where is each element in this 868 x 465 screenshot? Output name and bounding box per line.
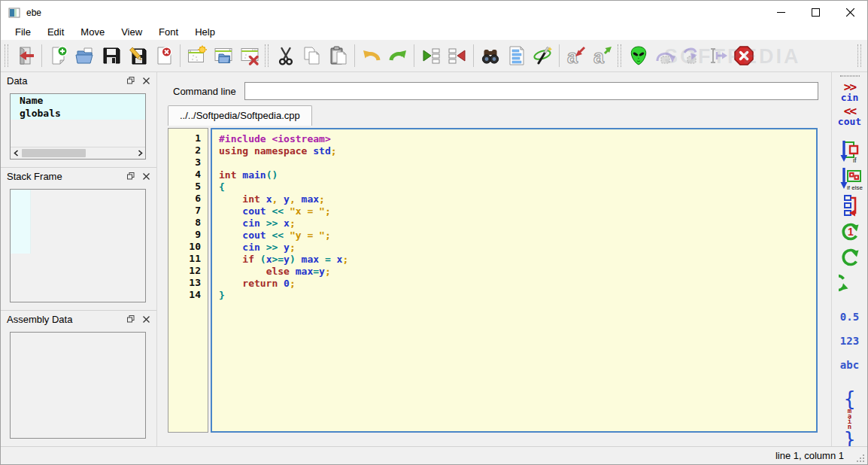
line-number[interactable]: 3: [168, 157, 201, 169]
scroll-left-icon[interactable]: [11, 147, 21, 159]
close-window-button[interactable]: [236, 41, 263, 70]
assembly-data-table[interactable]: [10, 332, 146, 439]
line-number[interactable]: 14: [168, 289, 201, 301]
close-file-button[interactable]: [150, 41, 177, 70]
close-dock-button[interactable]: [140, 74, 152, 87]
prettify-button[interactable]: [503, 41, 530, 70]
line-number[interactable]: 10: [168, 241, 201, 253]
main-letters: main: [848, 409, 851, 430]
toolbar-handle[interactable]: [265, 44, 269, 67]
undo-icon: [361, 45, 382, 66]
cut-icon: [275, 45, 296, 66]
command-line-input[interactable]: [244, 82, 818, 100]
new-window-button[interactable]: [184, 41, 210, 70]
new-file-button[interactable]: [45, 41, 71, 70]
float-template-button[interactable]: 0.5: [834, 305, 866, 329]
cout-template-button[interactable]: << cout: [834, 105, 866, 129]
code-line: cin >> x;: [219, 217, 813, 229]
paste-button[interactable]: [325, 41, 351, 70]
run-button[interactable]: [625, 41, 651, 70]
resize-grip[interactable]: [856, 454, 865, 463]
toolbar-handle[interactable]: [857, 44, 861, 67]
if-else-template-button[interactable]: if else: [834, 165, 866, 192]
string-template-button[interactable]: abc: [834, 353, 866, 377]
magic-wand-button[interactable]: [530, 41, 556, 70]
line-number[interactable]: 9: [168, 229, 201, 241]
redo-button[interactable]: [384, 41, 411, 70]
cut-button[interactable]: [272, 41, 299, 70]
code-line: [219, 157, 813, 169]
close-dock-button[interactable]: [140, 170, 152, 182]
line-number[interactable]: 12: [168, 265, 201, 277]
toolbar-handle[interactable]: [5, 44, 8, 67]
scroll-thumb[interactable]: [22, 149, 86, 157]
line-number[interactable]: 2: [168, 144, 201, 157]
while-loop-template-button[interactable]: [834, 245, 866, 270]
undo-button[interactable]: [358, 41, 384, 70]
close-button[interactable]: [833, 1, 867, 24]
line-number[interactable]: 11: [168, 253, 201, 265]
save-file-icon: [101, 45, 122, 66]
quit-button[interactable]: [12, 41, 38, 70]
float-dock-button[interactable]: [125, 313, 137, 325]
line-number[interactable]: 7: [168, 205, 201, 217]
line-number[interactable]: 8: [168, 217, 201, 229]
menu-move[interactable]: Move: [72, 25, 113, 39]
case-template-button[interactable]: [834, 192, 866, 219]
code-area[interactable]: #include <iostream>using namespace std; …: [211, 128, 818, 433]
for-loop-template-button[interactable]: 1: [834, 219, 866, 245]
maximize-button[interactable]: [798, 1, 833, 24]
menu-font[interactable]: Font: [150, 25, 187, 39]
run-to-cursor-button[interactable]: [704, 41, 730, 70]
menu-edit[interactable]: Edit: [39, 25, 72, 39]
redo-icon: [387, 45, 408, 66]
globals-list[interactable]: Name globals: [10, 93, 146, 160]
magic-wand-icon: [533, 45, 554, 66]
tab-softpedia-cpp[interactable]: ../../Softpedia/Softpedia.cpp: [168, 105, 312, 126]
find-button[interactable]: [477, 41, 503, 70]
find-icon: [480, 45, 501, 66]
if-template-button[interactable]: if: [834, 138, 866, 165]
float-dock-button[interactable]: [125, 74, 137, 87]
scroll-right-icon[interactable]: [135, 147, 145, 159]
menu-file[interactable]: File: [7, 25, 39, 39]
minimize-button[interactable]: [763, 1, 798, 24]
globals-list-item[interactable]: globals: [11, 107, 145, 120]
code-line: cout << "x = ";: [219, 205, 813, 217]
main-template-button[interactable]: { main }: [834, 386, 866, 452]
ebe-window: ebe FileEditMoveViewFontHelp SOFTPEDIA: [0, 0, 868, 465]
line-number[interactable]: 4: [168, 169, 201, 181]
line-number[interactable]: 5: [168, 181, 201, 193]
step-into-button[interactable]: [678, 41, 704, 70]
save-file-button[interactable]: [98, 41, 124, 70]
copy-button[interactable]: [299, 41, 325, 70]
do-while-loop-template-button[interactable]: [834, 270, 866, 296]
line-numbers[interactable]: 1234567891011121314: [168, 128, 208, 433]
menu-view[interactable]: View: [113, 25, 150, 39]
font-bigger-button[interactable]: a: [589, 41, 615, 70]
cin-template-button[interactable]: >> cin: [834, 81, 866, 105]
int-template-button[interactable]: 123: [834, 329, 866, 353]
indent-button[interactable]: [417, 41, 444, 70]
stack-frame-table[interactable]: [10, 189, 146, 302]
while-loop-icon: [839, 246, 861, 269]
float-dock-button[interactable]: [125, 170, 137, 182]
step-over-button[interactable]: [651, 41, 678, 70]
step-over-icon: [654, 45, 675, 66]
line-number[interactable]: 13: [168, 277, 201, 289]
open-file-in-window-button[interactable]: [210, 41, 236, 70]
toolbar-handle[interactable]: [840, 75, 860, 77]
globals-scrollbar[interactable]: [11, 147, 145, 159]
toolbar-handle[interactable]: [618, 44, 621, 67]
stop-button[interactable]: [730, 41, 757, 70]
data-dock: Data Name globals: [1, 72, 156, 167]
save-file-as-button[interactable]: [124, 41, 150, 70]
font-smaller-button[interactable]: a: [563, 41, 589, 70]
quit-icon: [15, 45, 36, 66]
open-file-button[interactable]: [71, 41, 98, 70]
close-dock-button[interactable]: [140, 313, 152, 325]
line-number[interactable]: 1: [168, 132, 201, 144]
line-number[interactable]: 6: [168, 193, 201, 205]
unindent-button[interactable]: [444, 41, 470, 70]
menu-help[interactable]: Help: [187, 25, 223, 39]
